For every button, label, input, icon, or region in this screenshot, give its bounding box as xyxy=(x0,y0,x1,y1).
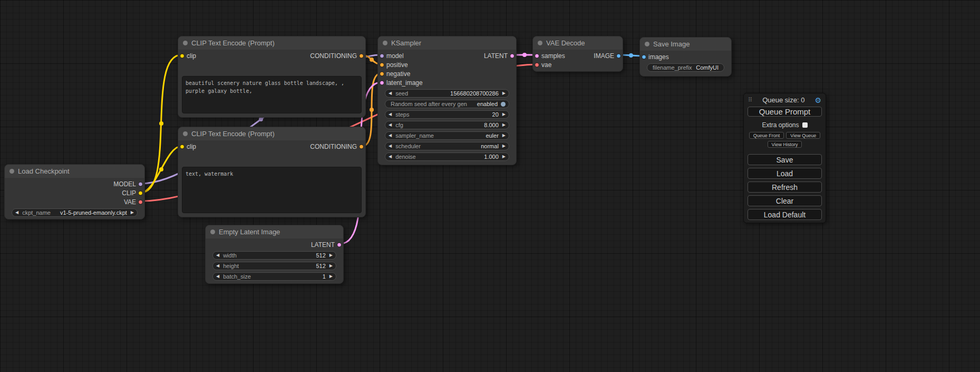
increment-arrow-icon[interactable]: ▶ xyxy=(131,211,134,215)
batch-size-widget[interactable]: ◀ batch_size 1 ▶ xyxy=(212,272,336,281)
decrement-arrow-icon[interactable]: ◀ xyxy=(389,91,392,96)
decrement-arrow-icon[interactable]: ◀ xyxy=(389,144,392,148)
increment-arrow-icon[interactable]: ▶ xyxy=(329,274,333,279)
queue-prompt-button[interactable]: Queue Prompt xyxy=(748,107,822,117)
vae-input-port[interactable] xyxy=(535,62,539,67)
load-button[interactable]: Load xyxy=(748,168,822,179)
model-input-port[interactable] xyxy=(380,53,384,58)
collapse-icon[interactable] xyxy=(183,131,188,136)
toggle-indicator-icon[interactable] xyxy=(501,102,506,107)
width-widget[interactable]: ◀ width 512 ▶ xyxy=(212,251,336,260)
increment-arrow-icon[interactable]: ▶ xyxy=(502,123,506,127)
latent-output-port[interactable] xyxy=(337,242,342,247)
scheduler-widget[interactable]: ◀ scheduler normal ▶ xyxy=(385,142,509,150)
model-output-port[interactable] xyxy=(138,182,143,186)
increment-arrow-icon[interactable]: ▶ xyxy=(329,253,333,257)
collapse-icon[interactable] xyxy=(645,42,649,46)
node-vae-decode[interactable]: VAE Decode IMAGE samples vae xyxy=(532,36,623,72)
view-history-button[interactable]: View History xyxy=(768,141,802,148)
decrement-arrow-icon[interactable]: ◀ xyxy=(389,112,392,117)
port-label: model xyxy=(386,52,404,60)
extra-options-row: Extra options xyxy=(762,121,807,129)
increment-arrow-icon[interactable]: ▶ xyxy=(502,133,506,138)
widget-value: 156680208700286 xyxy=(450,90,499,97)
sampler-name-widget[interactable]: ◀ sampler_name euler ▶ xyxy=(385,131,509,140)
decrement-arrow-icon[interactable]: ◀ xyxy=(216,253,219,257)
load-default-button[interactable]: Load Default xyxy=(748,209,822,220)
input-row-negative: negative xyxy=(378,69,516,78)
positive-input-port[interactable] xyxy=(380,62,384,67)
conditioning-output-port[interactable] xyxy=(359,144,364,149)
workflow-buttons: Save Load Refresh Clear Load Default xyxy=(748,154,822,220)
queue-front-button[interactable]: Queue Front xyxy=(749,132,784,139)
vae-output-port[interactable] xyxy=(138,199,143,204)
conditioning-output-port[interactable] xyxy=(359,53,364,58)
node-titlebar[interactable]: CLIP Text Encode (Prompt) xyxy=(178,127,365,140)
port-label: samples xyxy=(541,52,565,60)
node-titlebar[interactable]: Empty Latent Image xyxy=(206,225,343,239)
clip-input-port[interactable] xyxy=(180,53,185,58)
increment-arrow-icon[interactable]: ▶ xyxy=(502,155,506,159)
increment-arrow-icon[interactable]: ▶ xyxy=(502,91,506,96)
extra-options-label: Extra options xyxy=(762,121,799,129)
node-load-checkpoint[interactable]: Load Checkpoint MODEL CLIP VAE ◀ ckpt_na… xyxy=(4,164,145,220)
seed-widget[interactable]: ◀ seed 156680208700286 ▶ xyxy=(385,89,509,98)
port-label: vae xyxy=(541,61,551,69)
increment-arrow-icon[interactable]: ▶ xyxy=(329,264,333,268)
node-titlebar[interactable]: Load Checkpoint xyxy=(5,165,144,178)
decrement-arrow-icon[interactable]: ◀ xyxy=(389,133,392,138)
output-row-latent: LATENT xyxy=(206,240,343,249)
height-widget[interactable]: ◀ height 512 ▶ xyxy=(212,262,336,270)
input-row-positive: positive xyxy=(378,60,516,69)
steps-widget[interactable]: ◀ steps 20 ▶ xyxy=(385,110,509,119)
decrement-arrow-icon[interactable]: ◀ xyxy=(389,155,392,159)
increment-arrow-icon[interactable]: ▶ xyxy=(502,112,506,117)
collapse-icon[interactable] xyxy=(210,230,215,234)
decrement-arrow-icon[interactable]: ◀ xyxy=(216,274,219,279)
clip-input-port[interactable] xyxy=(180,144,185,149)
collapse-icon[interactable] xyxy=(9,169,14,174)
decrement-arrow-icon[interactable]: ◀ xyxy=(15,211,18,215)
control-after-generate-widget[interactable]: Random seed after every gen enabled xyxy=(385,100,509,108)
extra-options-checkbox[interactable] xyxy=(802,122,808,128)
images-input-port[interactable] xyxy=(642,54,646,59)
collapse-icon[interactable] xyxy=(538,41,542,45)
negative-prompt-input[interactable]: text, watermark xyxy=(182,167,362,213)
positive-prompt-input[interactable]: beautiful scenery nature glass bottle la… xyxy=(182,76,362,113)
widget-label: filename_prefix xyxy=(653,64,692,71)
node-titlebar[interactable]: VAE Decode xyxy=(533,36,623,50)
node-ksampler[interactable]: KSampler LATENT model positive negative … xyxy=(377,36,517,165)
latent-image-input-port[interactable] xyxy=(380,80,384,85)
ckpt-name-widget[interactable]: ◀ ckpt_name v1-5-pruned-emaonly.ckpt ▶ xyxy=(12,208,138,217)
negative-input-port[interactable] xyxy=(380,71,384,76)
graph-canvas[interactable]: Load Checkpoint MODEL CLIP VAE ◀ ckpt_na… xyxy=(0,0,980,372)
decrement-arrow-icon[interactable]: ◀ xyxy=(389,123,392,127)
refresh-button[interactable]: Refresh xyxy=(748,182,822,193)
node-titlebar[interactable]: CLIP Text Encode (Prompt) xyxy=(178,36,365,50)
denoise-widget[interactable]: ◀ denoise 1.000 ▶ xyxy=(385,152,509,161)
clip-output-port[interactable] xyxy=(138,190,143,195)
node-clip-text-encode-negative[interactable]: CLIP Text Encode (Prompt) clip CONDITION… xyxy=(178,127,366,217)
save-button[interactable]: Save xyxy=(748,154,822,165)
filename-prefix-widget[interactable]: filename_prefix ComfyUI xyxy=(647,63,724,72)
samples-input-port[interactable] xyxy=(535,53,539,58)
node-titlebar[interactable]: Save Image xyxy=(640,37,731,51)
port-label: latent_image xyxy=(386,79,423,87)
node-empty-latent-image[interactable]: Empty Latent Image LATENT ◀ width 512 ▶ … xyxy=(205,225,344,284)
settings-gear-icon[interactable]: ⚙ xyxy=(814,97,821,104)
node-title: Load Checkpoint xyxy=(18,167,70,175)
link-dot-clip-positive xyxy=(159,121,163,126)
node-title: CLIP Text Encode (Prompt) xyxy=(191,39,275,47)
collapse-icon[interactable] xyxy=(183,41,188,45)
collapse-icon[interactable] xyxy=(383,41,387,45)
cfg-widget[interactable]: ◀ cfg 8.000 ▶ xyxy=(385,121,509,129)
view-queue-button[interactable]: View Queue xyxy=(786,132,820,139)
clear-button[interactable]: Clear xyxy=(748,195,822,206)
queue-panel: ⠿ Queue size: 0 ⚙ Queue Prompt Extra opt… xyxy=(743,93,826,223)
decrement-arrow-icon[interactable]: ◀ xyxy=(216,264,219,268)
node-clip-text-encode-positive[interactable]: CLIP Text Encode (Prompt) clip CONDITION… xyxy=(178,36,366,118)
node-save-image[interactable]: Save Image images filename_prefix ComfyU… xyxy=(639,37,732,77)
node-titlebar[interactable]: KSampler xyxy=(378,36,516,50)
increment-arrow-icon[interactable]: ▶ xyxy=(502,144,506,148)
drag-handle-icon[interactable]: ⠿ xyxy=(748,97,752,103)
